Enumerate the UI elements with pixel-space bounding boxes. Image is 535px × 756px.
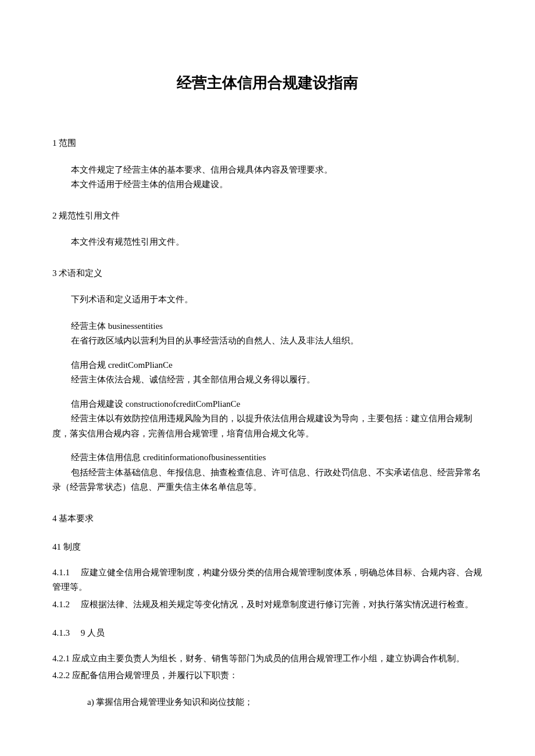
section-413-heading: 4.1.3 9 人员 xyxy=(52,626,483,641)
section-1-p1: 本文件规定了经营主体的基本要求、信用合规具体内容及管理要求。 xyxy=(71,163,483,178)
term-4: 经营主体信用信息 creditinformationofbusinessenti… xyxy=(52,450,483,495)
document-title: 经营主体信用合规建设指南 xyxy=(52,70,483,95)
term-4-name: 经营主体信用信息 creditinformationofbusinessenti… xyxy=(71,450,483,465)
section-3-intro: 下列术语和定义适用于本文件。 xyxy=(71,292,483,307)
term-2-name: 信用合规 creditComPlianCe xyxy=(71,358,483,373)
section-1-p2: 本文件适用于经营主体的信用合规建设。 xyxy=(71,177,483,192)
term-1-name: 经营主体 businessentities xyxy=(71,319,483,334)
clause-4-2-2: 4.2.2 应配备信用合规管理员，并履行以下职责： xyxy=(52,668,483,683)
clause-4-1-1: 4.1.1 应建立健全信用合规管理制度，构建分级分类的信用合规管理制度体系，明确… xyxy=(52,565,483,595)
section-2-body: 本文件没有规范性引用文件。 xyxy=(71,235,483,250)
section-4-heading: 4 基本要求 xyxy=(52,511,483,526)
section-1-heading: 1 范围 xyxy=(52,136,483,151)
section-3-intro-text: 下列术语和定义适用于本文件。 xyxy=(71,292,483,307)
term-2-def: 经营主体依法合规、诚信经营，其全部信用合规义务得以履行。 xyxy=(71,372,483,388)
term-2: 信用合规 creditComPlianCe 经营主体依法合规、诚信经营，其全部信… xyxy=(52,358,483,388)
section-2-heading: 2 规范性引用文件 xyxy=(52,209,483,224)
list-item-a: a) 掌握信用合规管理业务知识和岗位技能； xyxy=(87,695,483,710)
term-1: 经营主体 businessentities 在省行政区域内以营利为目的从事经营活… xyxy=(52,319,483,349)
term-3-def: 经营主体以有效防控信用违规风险为目的，以提升依法信用合规建设为导向，主要包括：建… xyxy=(52,411,483,441)
term-3-name: 信用合规建设 constructionofcreditComPlianCe xyxy=(71,397,483,412)
section-1-body: 本文件规定了经营主体的基本要求、信用合规具体内容及管理要求。 本文件适用于经营主… xyxy=(71,163,483,192)
section-3-heading: 3 术语和定义 xyxy=(52,266,483,281)
term-1-def: 在省行政区域内以营利为目的从事经营活动的自然人、法人及非法人组织。 xyxy=(71,334,483,349)
section-2-p1: 本文件没有规范性引用文件。 xyxy=(71,235,483,250)
clause-4-1-2: 4.1.2 应根据法律、法规及相关规定等变化情况，及时对规章制度进行修订完善，对… xyxy=(52,597,483,612)
term-3: 信用合规建设 constructionofcreditComPlianCe 经营… xyxy=(52,397,483,442)
clause-4-2-1: 4.2.1 应成立由主要负责人为组长，财务、销售等部门为成员的信用合规管理工作小… xyxy=(52,651,483,667)
section-41-heading: 41 制度 xyxy=(52,540,483,555)
term-4-def: 包括经营主体基础信息、年报信息、抽查检查信息、许可信息、行政处罚信息、不实承诺信… xyxy=(52,465,483,495)
document-page: 经营主体信用合规建设指南 1 范围 本文件规定了经营主体的基本要求、信用合规具体… xyxy=(0,0,535,756)
